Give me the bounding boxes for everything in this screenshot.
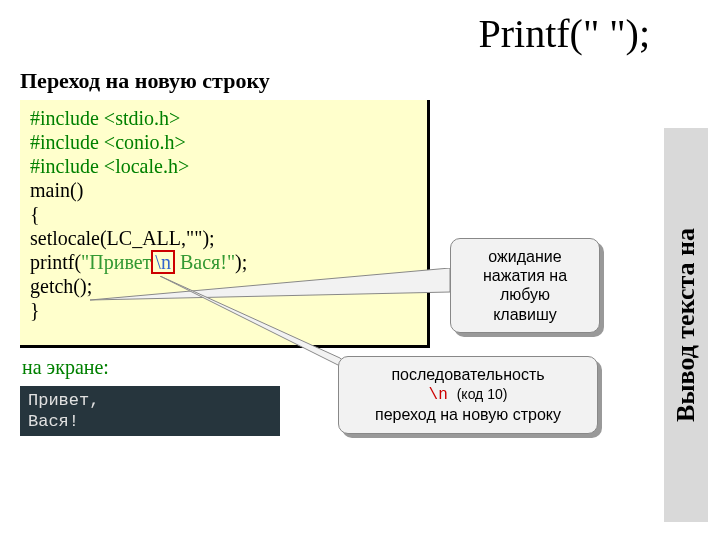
code-block: #include <stdio.h> #include <conio.h> #i… — [20, 100, 430, 348]
sidebar-text-container: Вывод текста на — [664, 128, 708, 522]
sidebar-text: Вывод текста на — [671, 228, 701, 422]
code-printf: printf("Привет\n Вася!"); — [30, 250, 417, 274]
code-brace-close: } — [30, 298, 417, 322]
callout2-line2: \n (код 10) — [349, 384, 587, 405]
code-setlocale: setlocale(LC_ALL,""); — [30, 226, 417, 250]
section-subtitle: Переход на новую строку — [20, 68, 270, 94]
callout2-line3: переход на новую строку — [349, 405, 587, 424]
callout1-line2: нажатия на — [461, 266, 589, 285]
code-main: main() — [30, 178, 417, 202]
code-include-stdio: #include <stdio.h> — [30, 106, 417, 130]
console-output: Привет, Вася! — [20, 386, 280, 436]
newline-highlight: \n — [151, 250, 175, 274]
callout-newline: последовательность \n (код 10) переход н… — [338, 356, 598, 434]
callout-getch: ожидание нажатия на любую клавишу — [450, 238, 600, 333]
code-include-locale: #include <locale.h> — [30, 154, 417, 178]
code-brace-open: { — [30, 202, 417, 226]
code-include-conio: #include <conio.h> — [30, 130, 417, 154]
callout1-line3: любую — [461, 285, 589, 304]
callout1-line4: клавишу — [461, 305, 589, 324]
on-screen-label: на экране: — [22, 356, 109, 379]
callout2-line1: последовательность — [349, 365, 587, 384]
code-getch: getch(); — [30, 274, 417, 298]
callout1-line1: ожидание — [461, 247, 589, 266]
page-title: Printf(" "); — [478, 10, 650, 57]
